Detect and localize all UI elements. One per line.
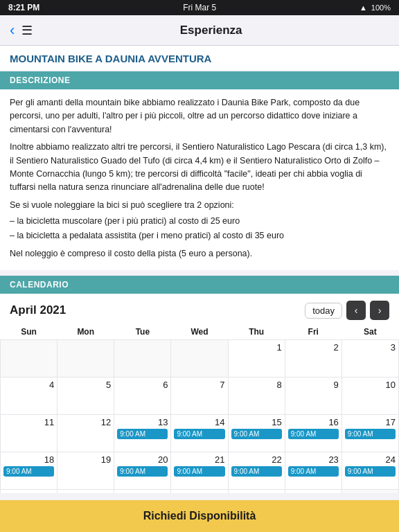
time-slot[interactable]: 9:00 AM xyxy=(3,466,54,477)
desc-text-4: – la bicicletta muscolare (per i più pra… xyxy=(10,215,389,228)
day-number: 16 xyxy=(288,417,339,427)
calendar-day-cell: 4 xyxy=(1,378,57,415)
calendar-day-cell xyxy=(171,340,228,378)
desc-text-2: Inoltre abbiamo realizzato altri tre per… xyxy=(10,141,389,195)
time-slot[interactable]: 9:00 AM xyxy=(174,466,224,477)
calendar-day-cell[interactable]: 159:00 AM xyxy=(228,415,285,452)
calendar-day-cell[interactable]: 179:00 AM xyxy=(342,415,398,452)
calendar-day-cell[interactable]: 189:00 AM xyxy=(1,452,57,490)
calendar-day-cell[interactable]: 169:00 AM xyxy=(285,415,342,452)
time-slot[interactable]: 9:00 AM xyxy=(117,429,168,439)
status-indicators: ▲ 100% xyxy=(360,3,391,12)
day-number: 30 xyxy=(288,492,339,493)
calendar-day-cell[interactable]: 249:00 AM xyxy=(342,452,398,490)
calendar-grid: SunMonTueWedThuFriSat 123456789101112139… xyxy=(0,324,399,493)
desc-text-3: Se si vuole noleggiare la bici si può sc… xyxy=(10,199,389,212)
calendar-day-header: Wed xyxy=(171,324,228,340)
status-bar: 8:21 PM Fri Mar 5 ▲ 100% xyxy=(0,0,399,15)
day-number: 4 xyxy=(3,380,54,390)
menu-button[interactable]: ☰ xyxy=(21,23,33,38)
desc-text-6: Nel noleggio è compreso il costo della p… xyxy=(10,247,389,260)
calendar-day-cell: 1 xyxy=(228,340,285,378)
time-slot[interactable]: 9:00 AM xyxy=(231,429,282,439)
day-number: 11 xyxy=(3,417,54,427)
battery-indicator: 100% xyxy=(371,3,391,12)
day-number: 18 xyxy=(3,454,54,465)
calendar-day-header: Thu xyxy=(228,324,285,340)
calendar-day-cell: 6 xyxy=(114,378,171,415)
calendar-week-row: 123 xyxy=(1,340,399,378)
calendar-day-cell: 9 xyxy=(285,378,342,415)
calendar-day-header: Tue xyxy=(114,324,171,340)
time-slot[interactable]: 9:00 AM xyxy=(117,466,168,477)
calendar-header-row: SunMonTueWedThuFriSat xyxy=(1,324,399,340)
time-slot[interactable]: 9:00 AM xyxy=(231,466,282,477)
calendar-day-cell[interactable]: 149:00 AM xyxy=(171,415,228,452)
desc-text-5: – la bicicletta a pedalata assistita (pe… xyxy=(10,229,389,242)
day-number: 27 xyxy=(117,492,168,493)
back-button[interactable]: ‹ xyxy=(10,21,15,39)
calendar-day-cell xyxy=(114,340,171,378)
today-button[interactable]: today xyxy=(305,303,342,319)
calendar-day-cell: 25 xyxy=(1,490,57,493)
time-slot[interactable]: 9:00 AM xyxy=(174,429,224,439)
calendar-day-cell xyxy=(342,490,398,493)
description-block: Per gli amanti della mountain bike abbia… xyxy=(0,89,399,270)
calendar-week-row: 1112139:00 AM149:00 AM159:00 AM169:00 AM… xyxy=(1,415,399,452)
calendar-day-cell[interactable]: 279:00 AM xyxy=(114,490,171,493)
calendar-body: 123456789101112139:00 AM149:00 AM159:00 … xyxy=(1,340,399,493)
day-number: 5 xyxy=(60,380,111,390)
time-slot[interactable]: 9:00 AM xyxy=(345,429,396,439)
day-number: 13 xyxy=(117,417,168,427)
calendar-week-row: 189:00 AM19209:00 AM219:00 AM229:00 AM23… xyxy=(1,452,399,490)
calendar-day-cell: 3 xyxy=(342,340,398,378)
cta-button[interactable]: Richiedi Disponibilità xyxy=(0,500,399,532)
day-number: 22 xyxy=(231,454,282,465)
calendar-day-cell[interactable]: 219:00 AM xyxy=(171,452,228,490)
day-number: 7 xyxy=(174,380,224,390)
day-number: 6 xyxy=(117,380,168,390)
next-month-button[interactable]: › xyxy=(370,301,389,320)
calendar-header: April 2021 today ‹ › xyxy=(0,294,399,324)
calendar-day-cell: 19 xyxy=(57,452,114,490)
day-number: 10 xyxy=(345,380,396,390)
calendar-section: April 2021 today ‹ › SunMonTueWedThuFriS… xyxy=(0,294,399,493)
calendar-day-header: Fri xyxy=(285,324,342,340)
calendar-day-cell: 26 xyxy=(57,490,114,493)
calendar-day-header: Sun xyxy=(1,324,57,340)
time-slot[interactable]: 9:00 AM xyxy=(345,466,396,477)
day-number: 25 xyxy=(3,492,54,493)
calendar-day-cell[interactable]: 289:00 AM xyxy=(171,490,228,493)
calendar-day-cell[interactable]: 209:00 AM xyxy=(114,452,171,490)
calendar-day-cell[interactable]: 139:00 AM xyxy=(114,415,171,452)
calendar-day-cell[interactable]: 299:00 AM xyxy=(228,490,285,493)
calendar-day-header: Sat xyxy=(342,324,398,340)
calendar-week-row: 45678910 xyxy=(1,378,399,415)
calendar-nav: today ‹ › xyxy=(305,301,389,320)
calendar-week-row: 2526279:00 AM289:00 AM299:00 AM309:00 AM xyxy=(1,490,399,493)
day-number: 21 xyxy=(174,454,224,465)
section-calendario: CALENDARIO xyxy=(0,276,399,294)
day-number: 15 xyxy=(231,417,282,427)
time-slot[interactable]: 9:00 AM xyxy=(288,466,339,477)
day-number: 9 xyxy=(288,380,339,390)
calendar-day-cell: 11 xyxy=(1,415,57,452)
time-slot[interactable]: 9:00 AM xyxy=(288,429,339,439)
nav-title: Esperienza xyxy=(33,24,389,37)
day-number: 3 xyxy=(345,342,396,353)
scroll-container: MOUNTAIN BIKE A DAUNIA AVVENTURA DESCRIZ… xyxy=(0,46,399,493)
prev-month-button[interactable]: ‹ xyxy=(346,301,366,320)
wifi-icon: ▲ xyxy=(360,3,367,12)
calendar-day-cell: 7 xyxy=(171,378,228,415)
calendar-day-cell: 8 xyxy=(228,378,285,415)
day-number: 1 xyxy=(231,342,282,353)
calendar-day-cell[interactable]: 309:00 AM xyxy=(285,490,342,493)
calendar-day-cell xyxy=(57,340,114,378)
calendar-day-cell: 2 xyxy=(285,340,342,378)
day-number: 8 xyxy=(231,380,282,390)
experience-title: MOUNTAIN BIKE A DAUNIA AVVENTURA xyxy=(0,46,399,70)
nav-bar: ‹ ☰ Esperienza xyxy=(0,15,399,46)
calendar-day-cell[interactable]: 239:00 AM xyxy=(285,452,342,490)
day-number: 19 xyxy=(60,454,111,465)
calendar-day-cell[interactable]: 229:00 AM xyxy=(228,452,285,490)
